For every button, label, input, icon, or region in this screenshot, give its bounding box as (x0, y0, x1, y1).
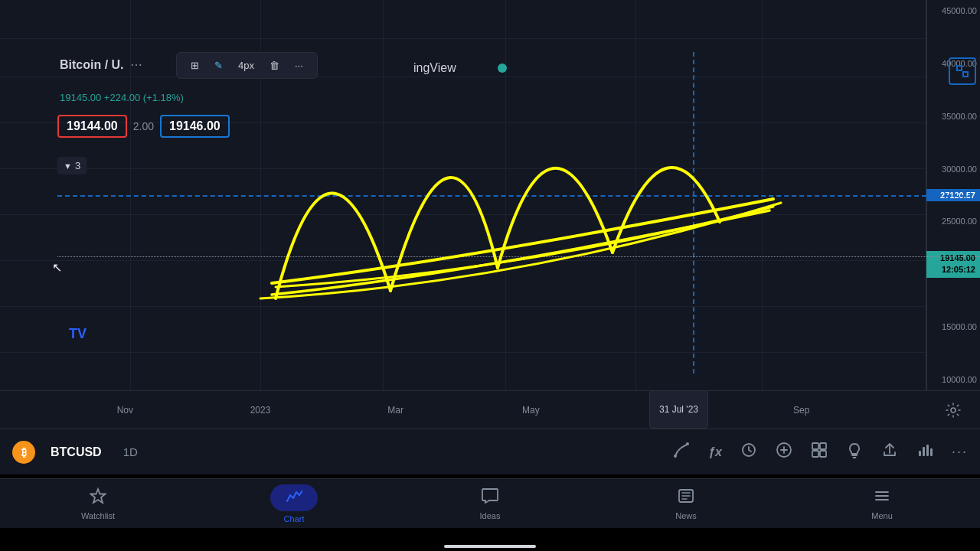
date-axis: Nov 2023 Mar May Jul Sep (0, 390, 926, 429)
ideas-nav-icon (482, 487, 498, 508)
ideas-nav-label: Ideas (480, 511, 501, 520)
indicator-bars-icon[interactable] (916, 442, 933, 462)
bid-ask-row: 19144.00 2.00 19146.00 (57, 115, 230, 138)
more-options-icon[interactable]: ··· (952, 444, 968, 460)
svg-rect-13 (919, 451, 921, 456)
price-35000: 35000.00 (930, 112, 977, 121)
scroll-indicator (444, 545, 536, 548)
layout-selector-icon[interactable] (811, 442, 828, 462)
price-change: 19145.00 +224.00 (+1.18%) (60, 92, 184, 103)
symbol-bar: ₿ BTCUSD 1D ƒx ·· (0, 429, 980, 474)
watchlist-icon (90, 487, 106, 508)
chart-nav-label: Chart (284, 514, 305, 523)
dotted-price-line (57, 256, 980, 257)
ask-price: 19146.00 (160, 115, 230, 138)
svg-point-6 (686, 442, 689, 445)
svg-rect-1 (963, 72, 968, 77)
menu-dots-icon[interactable]: ⋯ (130, 57, 142, 72)
symbol-name: Bitcoin / U. (60, 58, 124, 72)
vertical-crosshair (693, 52, 694, 373)
expand-button[interactable] (949, 57, 976, 85)
price-25000: 25000.00 (930, 217, 977, 226)
btc-logo: ₿ (12, 441, 35, 464)
date-sep: Sep (733, 405, 869, 416)
svg-rect-0 (957, 66, 962, 70)
bottom-navigation: Watchlist Chart Ideas News Menu (0, 478, 980, 528)
news-nav-label: News (675, 511, 697, 520)
nav-news[interactable]: News (588, 483, 784, 525)
chart-nav-icon (270, 484, 318, 511)
nav-menu[interactable]: Menu (784, 483, 980, 525)
nav-chart[interactable]: Chart (196, 480, 392, 528)
price-15000: 15000.00 (930, 322, 977, 331)
share-icon[interactable] (881, 442, 898, 462)
svg-text:TV: TV (69, 326, 87, 341)
date-2023: 2023 (193, 405, 328, 416)
nav-watchlist[interactable]: Watchlist (0, 483, 196, 525)
svg-rect-10 (820, 443, 826, 449)
symbol-bar-tools: ƒx ··· (673, 442, 968, 462)
svg-rect-15 (926, 445, 929, 456)
more-tool-button[interactable]: ··· (289, 57, 309, 74)
price-45000: 45000.00 (930, 6, 977, 15)
svg-rect-11 (812, 451, 818, 457)
size-label[interactable]: 4px (232, 57, 260, 74)
tradingview-brand: ingView (413, 61, 456, 75)
svg-point-4 (951, 408, 956, 412)
svg-rect-12 (820, 451, 826, 457)
svg-rect-9 (812, 443, 818, 449)
date-may: May (463, 405, 599, 416)
menu-nav-label: Menu (871, 511, 893, 520)
bid-price: 19144.00 (57, 115, 127, 138)
ideas-lightbulb-icon[interactable] (846, 442, 863, 462)
svg-point-5 (674, 455, 677, 458)
pencil-tool-button[interactable]: ✎ (208, 57, 229, 74)
menu-nav-icon (874, 487, 890, 508)
layers-dropdown[interactable]: ▼ 3 (57, 157, 87, 174)
price-level-line (57, 195, 980, 197)
date-mar: Mar (328, 405, 463, 416)
nav-ideas[interactable]: Ideas (392, 483, 588, 525)
timeframe-selector[interactable]: 1D (123, 445, 138, 458)
spread-value: 2.00 (133, 120, 154, 132)
connection-status-dot (498, 64, 507, 73)
current-price-tag: 19145.00 12:05:12 (926, 251, 980, 278)
watchlist-label: Watchlist (81, 511, 115, 520)
price-10000: 10000.00 (930, 375, 977, 384)
svg-rect-14 (923, 447, 925, 456)
trash-tool-button[interactable]: 🗑 (263, 57, 286, 74)
cursor-arrow: ↖ (52, 260, 62, 275)
fx-icon[interactable]: ƒx (708, 445, 722, 459)
news-nav-icon (678, 487, 694, 508)
date-nov: Nov (57, 405, 193, 416)
tradingview-logo: TV (65, 321, 96, 349)
toolbar: ⊞ ✎ 4px 🗑 ··· (176, 52, 318, 79)
price-30000: 30000.00 (930, 165, 977, 174)
date-highlight-label: 31 Jul '23 (649, 390, 708, 429)
chart-settings-button[interactable] (926, 390, 980, 429)
alert-clock-icon[interactable] (740, 442, 757, 462)
svg-marker-17 (91, 489, 106, 503)
layout-tool-button[interactable]: ⊞ (185, 57, 205, 74)
symbol-header: Bitcoin / U. ⋯ (60, 57, 142, 72)
add-indicator-button[interactable] (776, 442, 792, 462)
line-tool-icon[interactable] (673, 442, 690, 462)
symbol-ticker[interactable]: BTCUSD (51, 445, 102, 459)
svg-rect-16 (930, 448, 933, 456)
